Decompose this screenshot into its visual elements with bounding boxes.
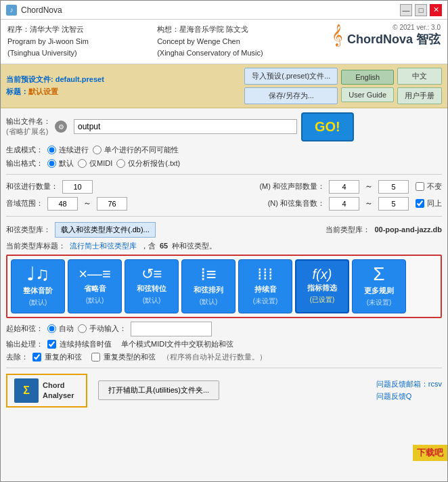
load-db-button[interactable]: 载入和弦类型库文件(.db)... — [55, 222, 156, 238]
note-same-label[interactable]: 同上 — [416, 198, 442, 209]
analyser-icon: Σ — [14, 378, 39, 403]
scale-sub: (默认) — [29, 298, 47, 307]
note-count-label: (N) 和弦集音数： — [268, 198, 325, 209]
voice-count-label: (M) 和弦声部数量： — [259, 181, 325, 192]
title-bar: ♪ ChordNova — □ ✕ — [1, 1, 447, 20]
start-manual-radio[interactable] — [78, 324, 87, 333]
inversion-sub: (默认) — [143, 296, 161, 305]
mode-single-label[interactable]: 单个进行的不同可能性 — [93, 145, 179, 155]
inversion-icon-btn[interactable]: ↺≡ 和弦转位 (默认) — [125, 259, 179, 313]
app-title: ChordNova 智弦 — [347, 31, 441, 47]
analyser-text: Chord Analyser — [43, 380, 74, 400]
minimize-button[interactable]: — — [400, 4, 412, 16]
user-manual-button[interactable]: 用户手册 — [397, 87, 442, 104]
more-rules-icon-btn[interactable]: Σ 更多规则 (未设置) — [352, 259, 406, 313]
scale-icon-btn[interactable]: ♩♫ 整体音阶 (默认) — [11, 259, 65, 313]
english-lang-button[interactable]: English — [341, 70, 394, 85]
concept-line2: Concept by Wenge Chen — [157, 36, 263, 48]
range-min-input[interactable] — [47, 197, 78, 211]
current-type-label: 当前类型库： — [326, 225, 370, 235]
category-label: 当前类型库标题： — [6, 241, 66, 251]
remove-note: （程序将自动补足进行数量。） — [162, 352, 267, 362]
start-chord-input[interactable] — [131, 322, 212, 336]
voice-nochange-checkbox[interactable] — [416, 182, 424, 191]
single-midi-note: 单个模式MIDI文件中交联初始和弦 — [121, 339, 233, 349]
note-same-checkbox[interactable] — [416, 199, 424, 208]
mode-single-radio[interactable] — [93, 146, 102, 154]
music-symbol: 𝄞 — [332, 24, 343, 47]
range-max-input[interactable] — [97, 197, 127, 211]
mode-continuous-label[interactable]: 连续进行 — [47, 145, 89, 155]
mode-continuous-radio[interactable] — [47, 146, 56, 154]
title-label: 标题：默认设置 — [6, 87, 104, 97]
filter-icon-btn[interactable]: f(x) 指标筛选 (已设置) — [295, 259, 349, 313]
header-info: 程序：清华大学 沈智云 Program by Ji-woon Sim (Tsin… — [1, 20, 447, 64]
utilities-button[interactable]: 打开辅助工具(utilities)文件夹... — [98, 380, 219, 400]
concept-line1: 构想：星海音乐学院 陈文戈 — [157, 24, 263, 36]
start-auto-label[interactable]: 自动 — [47, 324, 74, 334]
preset-label: 当前预设文件: default.preset — [6, 74, 104, 85]
chinese-lang-button[interactable]: 中文 — [397, 68, 442, 85]
voice-min-input[interactable] — [329, 180, 359, 194]
format-midi-radio[interactable] — [78, 159, 87, 168]
program-line1: 程序：清华大学 沈智云 — [7, 24, 89, 36]
scale-name: 整体音阶 — [23, 286, 53, 295]
voicing-sub: (默认) — [200, 297, 218, 307]
note-min-input[interactable] — [329, 197, 359, 211]
voice-max-input[interactable] — [378, 180, 409, 194]
toolbar-right: 导入预设(.preset)文件... 保存/另存为... English Use… — [244, 68, 442, 104]
sustain-icon-btn[interactable]: ⁞⁞⁞ 持续音 (未设置) — [238, 259, 292, 313]
chord-type-row: 和弦类型库： 载入和弦类型库文件(.db)... 当前类型库： 00-pop-a… — [6, 222, 442, 238]
close-button[interactable]: ✕ — [430, 4, 442, 16]
import-preset-button[interactable]: 导入预设(.preset)文件... — [244, 68, 338, 85]
continuous-time-checkbox[interactable] — [47, 340, 56, 349]
note-max-input[interactable] — [378, 197, 409, 211]
gear-icon[interactable]: ⚙ — [55, 121, 67, 133]
program-info: 程序：清华大学 沈智云 Program by Ji-woon Sim (Tsin… — [7, 24, 89, 60]
sustain-symbol: ⁞⁞⁞ — [257, 266, 273, 282]
start-manual-label[interactable]: 手动输入： — [78, 324, 127, 334]
chord-category-row: 当前类型库标题： 流行简士和弦类型库 ，含 65 种和弦类型。 — [6, 241, 442, 251]
filename-input[interactable] — [74, 119, 297, 134]
concept-info: 构想：星海音乐学院 陈文戈 Concept by Wenge Chen (Xin… — [157, 24, 263, 60]
format-report-radio[interactable] — [116, 159, 125, 168]
save-preset-button[interactable]: 保存/另存为... — [244, 87, 338, 104]
filename-label: 输出文件名： (省略扩展名) — [6, 116, 51, 137]
category-link[interactable]: 流行简士和弦类型库 — [70, 241, 137, 251]
output-process-label: 输出处理： — [6, 339, 43, 349]
maximize-button[interactable]: □ — [415, 4, 427, 16]
voice-nochange-label[interactable]: 不变 — [416, 181, 442, 192]
format-report-label[interactable]: 仅分析报告(.txt) — [116, 158, 180, 169]
filter-symbol: f(x) — [313, 267, 332, 281]
start-auto-radio[interactable] — [47, 324, 56, 333]
mode-label: 生成模式： — [6, 145, 43, 155]
content-area: 输出文件名： (省略扩展名) ⚙ GO! 生成模式： 连续进行 单个进行的不同可… — [1, 108, 447, 481]
analyser-button[interactable]: Σ Chord Analyser — [6, 374, 87, 408]
remove-type-label[interactable]: 重复类型的和弦 — [91, 352, 156, 362]
format-default-radio[interactable] — [47, 159, 56, 168]
main-window: ♪ ChordNova — □ ✕ 程序：清华大学 沈智云 Program by… — [0, 0, 448, 482]
range-label: 音域范围： — [6, 198, 43, 209]
format-midi-label[interactable]: 仅MIDI — [78, 158, 112, 169]
app-icon: ♪ — [6, 5, 17, 16]
remove-duplicate-checkbox[interactable] — [32, 353, 41, 362]
chord-count-input[interactable] — [62, 180, 93, 194]
omit-icon-btn[interactable]: ×—≡ 省略音 (默认) — [68, 259, 122, 313]
current-type-value: 00-pop-and-jazz.db — [374, 225, 442, 234]
window-title: ChordNova — [21, 5, 400, 15]
go-button[interactable]: GO! — [301, 112, 354, 141]
omit-sub: (默认) — [86, 296, 104, 305]
voicing-icon-btn[interactable]: ⁞≡ 和弦排列 (默认) — [181, 259, 236, 313]
title-value: 默认设置 — [28, 87, 58, 95]
user-guide-button[interactable]: User Guide — [341, 87, 394, 102]
params-row2: 音域范围： ～ (N) 和弦集音数： ～ 同上 — [6, 197, 442, 211]
remove-duplicate-label[interactable]: 重复的和弦 — [32, 352, 82, 362]
watermark: 下载吧 — [413, 445, 447, 461]
category-count: 65 — [160, 242, 168, 250]
icons-grid: ♩♫ 整体音阶 (默认) ×—≡ 省略音 (默认) ↺≡ 和弦转位 (默认) ⁞… — [6, 255, 442, 318]
category-suffix: 种和弦类型。 — [172, 241, 217, 251]
remove-type-checkbox[interactable] — [91, 353, 100, 362]
continuous-time-label[interactable]: 连续持续音时值 — [47, 339, 112, 349]
format-default-label[interactable]: 默认 — [47, 158, 74, 169]
feedback-line1: 问题反馈邮箱：rcsv — [376, 378, 442, 391]
